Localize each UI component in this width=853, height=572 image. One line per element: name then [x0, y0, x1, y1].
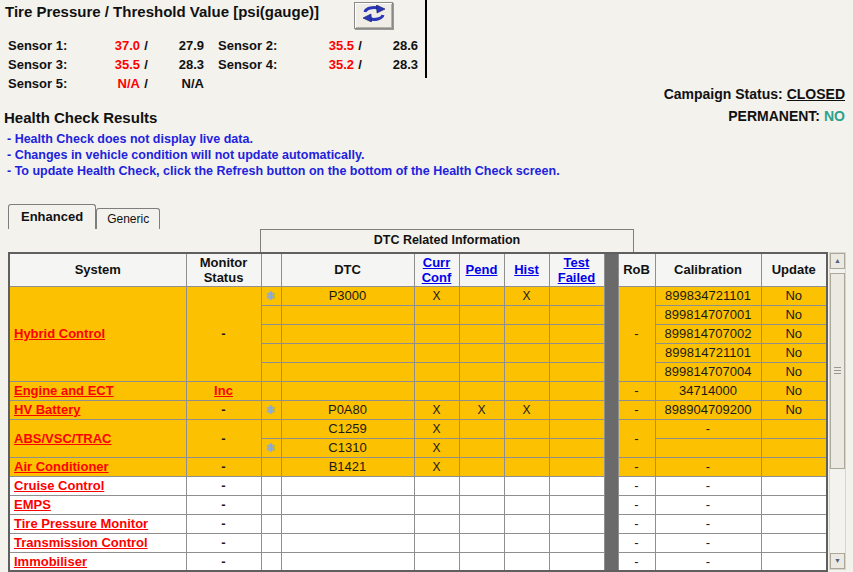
- rob-cell: -: [618, 286, 655, 381]
- slash: /: [140, 38, 152, 57]
- pend-cell: [459, 343, 504, 362]
- freeze-cell: [261, 552, 281, 571]
- dtc-cell: [281, 533, 414, 552]
- system-link[interactable]: EMPS: [14, 497, 51, 512]
- hist-cell: [504, 438, 549, 457]
- calibration-cell: -: [655, 533, 761, 552]
- col-header-update: Update: [761, 253, 827, 286]
- update-cell: No: [761, 305, 827, 324]
- table-vertical-scrollbar[interactable]: ▲ ▼: [829, 252, 846, 570]
- table-row: Cruise Control---: [9, 476, 827, 495]
- dtc-cell: [281, 362, 414, 381]
- table-row: EMPS---: [9, 495, 827, 514]
- system-link[interactable]: ABS/VSC/TRAC: [14, 431, 112, 446]
- test-failed-cell: [549, 305, 604, 324]
- scroll-up-button[interactable]: ▲: [830, 253, 845, 269]
- calibration-cell: 899814707002: [655, 324, 761, 343]
- hist-cell: [504, 457, 549, 476]
- calibration-cell: -: [655, 552, 761, 571]
- hist-cell: [504, 324, 549, 343]
- col-header-label[interactable]: Hist: [514, 262, 539, 277]
- system-link[interactable]: HV Battery: [14, 402, 80, 417]
- pend-cell: [459, 552, 504, 571]
- monitor-status-cell: Inc: [186, 381, 261, 400]
- refresh-button[interactable]: [354, 2, 393, 29]
- freeze-frame-icon[interactable]: ❄: [266, 289, 276, 303]
- tab-generic[interactable]: Generic: [96, 208, 160, 229]
- pend-cell: [459, 495, 504, 514]
- slash: /: [354, 38, 366, 57]
- pend-cell: [459, 476, 504, 495]
- curr-conf-cell: [414, 381, 459, 400]
- system-link[interactable]: Air Conditioner: [14, 459, 109, 474]
- test-failed-cell: [549, 419, 604, 438]
- dtc-cell: P3000: [281, 286, 414, 305]
- monitor-status-cell: -: [186, 533, 261, 552]
- monitor-status-cell: -: [186, 495, 261, 514]
- pend-cell: [459, 533, 504, 552]
- system-link[interactable]: Cruise Control: [14, 478, 104, 493]
- campaign-status-label: Campaign Status:: [664, 86, 783, 102]
- update-cell: [761, 419, 827, 438]
- column-separator: [604, 253, 618, 571]
- pend-cell: [459, 362, 504, 381]
- freeze-frame-icon[interactable]: ❄: [266, 403, 276, 417]
- freeze-cell: [261, 419, 281, 438]
- system-link[interactable]: Transmission Control: [14, 535, 148, 550]
- col-header-monitor: MonitorStatus: [186, 253, 261, 286]
- update-cell: [761, 552, 827, 571]
- curr-conf-cell: X: [414, 438, 459, 457]
- col-header-rob: RoB: [618, 253, 655, 286]
- col-header-label[interactable]: CurrConf: [422, 255, 452, 285]
- system-cell: Transmission Control: [9, 533, 186, 552]
- curr-conf-cell: X: [414, 457, 459, 476]
- col-header-hist[interactable]: Hist: [504, 253, 549, 286]
- permanent-value: NO: [824, 108, 845, 124]
- freeze-frame-icon[interactable]: ❄: [266, 441, 276, 455]
- system-link[interactable]: Engine and ECT: [14, 383, 114, 398]
- tab-enhanced[interactable]: Enhanced: [8, 204, 96, 229]
- monitor-status-cell: -: [186, 457, 261, 476]
- system-link[interactable]: Immobiliser: [14, 554, 87, 569]
- hist-cell: [504, 533, 549, 552]
- col-header-label[interactable]: Pend: [466, 262, 498, 277]
- calibration-cell: -: [655, 457, 761, 476]
- freeze-cell: ❄: [261, 438, 281, 457]
- scrollbar-thumb[interactable]: [830, 273, 845, 469]
- rob-cell: -: [618, 514, 655, 533]
- scroll-down-button[interactable]: ▼: [830, 553, 845, 569]
- rob-cell: -: [618, 495, 655, 514]
- table-row: Tire Pressure Monitor---: [9, 514, 827, 533]
- monitor-status-link[interactable]: Inc: [214, 383, 233, 398]
- campaign-status-value[interactable]: CLOSED: [787, 86, 845, 102]
- col-header-label: MonitorStatus: [200, 255, 248, 285]
- system-link[interactable]: Hybrid Control: [14, 326, 105, 341]
- system-link[interactable]: Tire Pressure Monitor: [14, 516, 148, 531]
- system-cell: Hybrid Control: [9, 286, 186, 381]
- health-check-table-wrap: SystemMonitorStatusDTCCurrConfPendHistTe…: [8, 252, 826, 572]
- test-failed-cell: [549, 552, 604, 571]
- col-header-label: System: [75, 262, 121, 277]
- monitor-status-cell: -: [186, 552, 261, 571]
- rob-cell: -: [618, 476, 655, 495]
- rob-cell: -: [618, 419, 655, 457]
- col-header-label[interactable]: TestFailed: [558, 255, 596, 285]
- hist-cell: [504, 381, 549, 400]
- col-header-pend[interactable]: Pend: [459, 253, 504, 286]
- table-row: HV Battery-❄P0A80XXX-898904709200No: [9, 400, 827, 419]
- col-header-label: Update: [772, 262, 816, 277]
- col-header-test[interactable]: TestFailed: [549, 253, 604, 286]
- scrollbar-track[interactable]: [830, 269, 845, 553]
- dtc-cell: [281, 476, 414, 495]
- dtc-cell: [281, 324, 414, 343]
- sensor4-value: 35.2: [310, 57, 354, 76]
- test-failed-cell: [549, 457, 604, 476]
- system-cell: ABS/VSC/TRAC: [9, 419, 186, 457]
- system-cell: EMPS: [9, 495, 186, 514]
- calibration-cell: 899814707001: [655, 305, 761, 324]
- curr-conf-cell: [414, 495, 459, 514]
- col-header-curr[interactable]: CurrConf: [414, 253, 459, 286]
- health-check-note: - Health Check does not display live dat…: [7, 131, 560, 147]
- monitor-status-cell: -: [186, 419, 261, 457]
- col-header-label: DTC: [334, 262, 361, 277]
